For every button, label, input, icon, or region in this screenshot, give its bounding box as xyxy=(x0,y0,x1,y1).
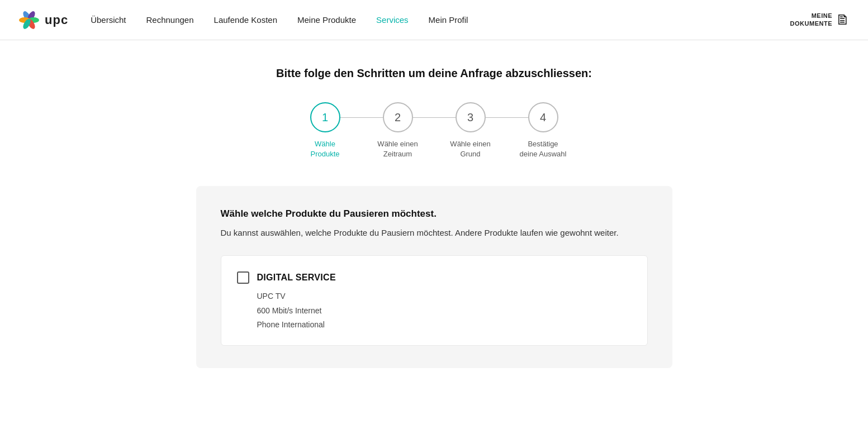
stepper: 1 Wähle Produkte 2 Wähle einen Zeitraum xyxy=(196,102,672,159)
step-1-circle: 1 xyxy=(310,102,340,132)
service-item-internet: 600 Mbit/s Internet xyxy=(257,304,632,318)
service-item-tv: UPC TV xyxy=(257,289,632,303)
card-description: Du kannst auswählen, welche Produkte du … xyxy=(221,226,648,240)
step-2: 2 Wähle einen Zeitraum xyxy=(362,102,434,159)
digital-service-checkbox[interactable] xyxy=(237,271,249,284)
nav-laufende-kosten[interactable]: Laufende Kosten xyxy=(214,15,277,25)
logo-text: upc xyxy=(45,13,68,27)
step-4: 4 Bestätige deine Auswahl xyxy=(507,102,580,159)
document-icon: 🗎 xyxy=(836,11,850,28)
upc-logo-icon xyxy=(18,9,40,31)
meine-dokumente-button[interactable]: MEINEDOKUMENTE 🗎 xyxy=(790,11,850,28)
nav-rechnungen[interactable]: Rechnungen xyxy=(146,15,193,25)
step-3: 3 Wähle einen Grund xyxy=(434,102,507,159)
service-items: UPC TV 600 Mbit/s Internet Phone Interna… xyxy=(257,289,632,332)
nav-ubersicht[interactable]: Übersicht xyxy=(91,15,126,25)
step-1-line-right xyxy=(340,117,362,118)
header-right: MEINEDOKUMENTE 🗎 xyxy=(790,11,850,28)
nav-meine-produkte[interactable]: Meine Produkte xyxy=(297,15,356,25)
service-item-phone: Phone International xyxy=(257,318,632,332)
card-title: Wähle welche Produkte du Pausieren möcht… xyxy=(221,208,648,220)
service-box: DIGITAL SERVICE UPC TV 600 Mbit/s Intern… xyxy=(221,255,648,346)
logo-area[interactable]: upc xyxy=(18,9,68,31)
service-header: DIGITAL SERVICE xyxy=(237,271,632,284)
step-2-circle: 2 xyxy=(383,102,413,132)
step-3-line-left xyxy=(434,117,456,118)
step-1-label: Wähle Produkte xyxy=(310,139,339,159)
nav-services[interactable]: Services xyxy=(376,15,409,25)
step-3-circle: 3 xyxy=(456,102,486,132)
nav-mein-profil[interactable]: Mein Profil xyxy=(429,15,468,25)
step-1: 1 Wähle Produkte xyxy=(289,102,362,159)
header: upc Übersicht Rechnungen Laufende Kosten… xyxy=(0,0,868,40)
step-4-circle: 4 xyxy=(528,102,558,132)
step-2-label: Wähle einen Zeitraum xyxy=(377,139,418,159)
service-name: DIGITAL SERVICE xyxy=(257,273,336,283)
step-3-line-right xyxy=(486,117,507,118)
step-2-line-left xyxy=(362,117,383,118)
step-4-label: Bestätige deine Auswahl xyxy=(520,139,567,159)
page-title: Bitte folge den Schritten um deine Anfra… xyxy=(196,67,672,80)
content-card: Wähle welche Produkte du Pausieren möcht… xyxy=(196,186,672,368)
meine-dokumente-label: MEINEDOKUMENTE xyxy=(790,12,832,27)
step-3-label: Wähle einen Grund xyxy=(450,139,490,159)
main-content: Bitte folge den Schritten um deine Anfra… xyxy=(183,40,686,395)
main-nav: Übersicht Rechnungen Laufende Kosten Mei… xyxy=(91,15,790,25)
step-4-line-left xyxy=(507,117,528,118)
step-2-line-right xyxy=(413,117,434,118)
